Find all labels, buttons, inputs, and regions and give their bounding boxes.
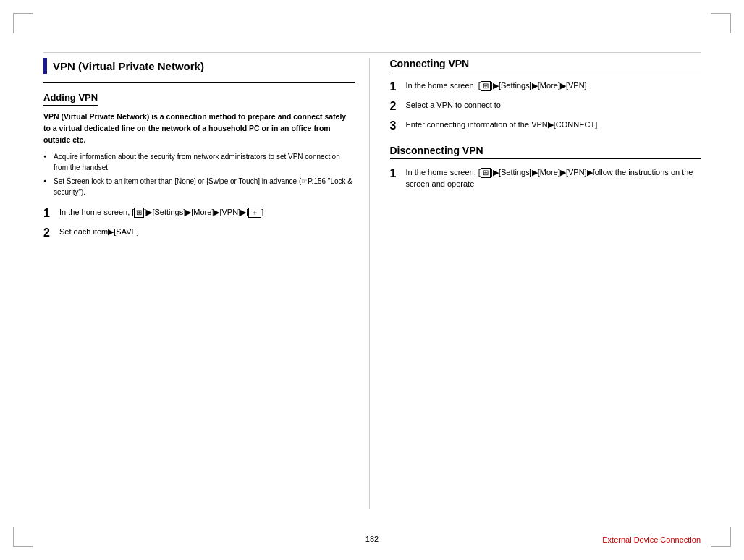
step-1: 1 In the home screen, [⊞]▶[Settings]▶[Mo…	[43, 206, 355, 220]
disconnect-step-text-1: In the home screen, [⊞]▶[Settings]▶[More…	[406, 166, 701, 190]
footer-link: External Device Connection	[481, 533, 701, 546]
connecting-vpn-heading: Connecting VPN	[390, 58, 701, 72]
blue-accent-bar	[43, 58, 47, 74]
connect-step-text-3: Enter connecting information of the VPN▶…	[406, 119, 701, 131]
section-title: VPN (Virtual Private Network)	[53, 60, 204, 72]
body-description: VPN (Virtual Private Network) is a conne…	[43, 111, 355, 145]
connect-step-number-3: 3	[390, 119, 402, 132]
list-item: Set Screen lock to an item other than [N…	[43, 176, 355, 198]
corner-mark-br	[711, 527, 731, 547]
corner-mark-tr	[711, 13, 731, 33]
step-2: 2 Set each item▶[SAVE]	[43, 226, 355, 239]
connect-step-text-2: Select a VPN to connect to	[406, 99, 701, 111]
grid-icon-3: ⊞	[481, 168, 491, 178]
bullet-list: Acquire information about the security f…	[43, 151, 355, 198]
step-text-1: In the home screen, [⊞]▶[Settings]▶[More…	[59, 206, 355, 219]
connect-step-number-2: 2	[390, 99, 402, 113]
step-number-2: 2	[43, 226, 55, 239]
bottom-area: 182 External Device Connection	[43, 533, 701, 546]
connect-step-1: 1 In the home screen, [⊞]▶[Settings]▶[Mo…	[390, 80, 701, 93]
page-number: 182	[263, 535, 482, 543]
connect-step-3: 3 Enter connecting information of the VP…	[390, 119, 701, 132]
connect-step-2: 2 Select a VPN to connect to	[390, 99, 701, 113]
external-device-link[interactable]: External Device Connection	[602, 535, 701, 544]
section-divider	[43, 82, 355, 83]
corner-mark-tl	[13, 13, 33, 33]
subsection-heading: Adding VPN	[43, 90, 355, 111]
disconnecting-vpn-heading: Disconnecting VPN	[390, 145, 701, 159]
section-title-bar: VPN (Virtual Private Network)	[43, 58, 355, 74]
corner-mark-bl	[13, 527, 33, 547]
content-area: VPN (Virtual Private Network) Adding VPN…	[43, 58, 701, 509]
grid-icon-2: ⊞	[481, 81, 491, 91]
step-number-1: 1	[43, 206, 55, 220]
plus-icon: ＋	[248, 208, 261, 218]
step-text-2: Set each item▶[SAVE]	[59, 226, 355, 238]
disconnecting-vpn-section: Disconnecting VPN 1 In the home screen, …	[390, 145, 701, 190]
top-divider	[43, 52, 701, 53]
list-item: Acquire information about the security f…	[43, 151, 355, 173]
disconnect-step-number-1: 1	[390, 166, 402, 180]
page: VPN (Virtual Private Network) Adding VPN…	[0, 0, 744, 560]
connect-step-number-1: 1	[390, 80, 402, 93]
disconnect-step-1: 1 In the home screen, [⊞]▶[Settings]▶[Mo…	[390, 166, 701, 190]
right-column: Connecting VPN 1 In the home screen, [⊞]…	[370, 58, 701, 509]
left-column: VPN (Virtual Private Network) Adding VPN…	[43, 58, 370, 509]
connect-step-text-1: In the home screen, [⊞]▶[Settings]▶[More…	[406, 80, 701, 92]
connecting-vpn-section: Connecting VPN 1 In the home screen, [⊞]…	[390, 58, 701, 133]
grid-icon: ⊞	[134, 208, 144, 218]
